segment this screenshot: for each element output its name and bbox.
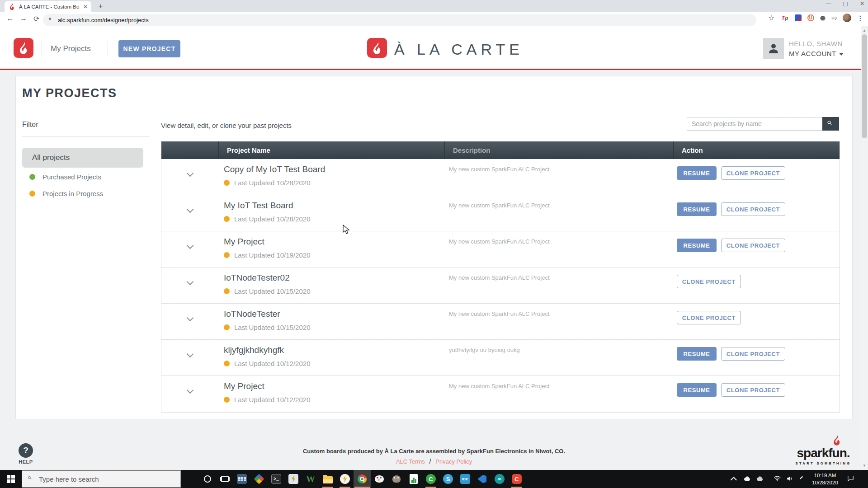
putty-icon[interactable] <box>285 470 302 488</box>
expand-row-button[interactable] <box>161 304 218 339</box>
chrome-icon[interactable] <box>354 470 371 488</box>
vscode-icon[interactable] <box>474 470 491 488</box>
resume-button[interactable]: RESUME <box>677 383 717 397</box>
taskbar-search[interactable] <box>22 470 181 488</box>
media-playlist-icon[interactable]: ≡♪ <box>831 14 837 21</box>
project-name-link[interactable]: kljyfgjkhdkyhgfk <box>218 340 444 355</box>
winamp-icon[interactable] <box>336 470 354 488</box>
clone-project-button[interactable]: CLONE PROJECT <box>721 383 785 397</box>
alc-terms-link[interactable]: ALC Terms <box>396 458 425 465</box>
project-description: yutfhvtyifgv ou byuiog oukg <box>444 340 673 375</box>
chart-app-icon[interactable] <box>405 470 422 488</box>
clone-project-button[interactable]: CLONE PROJECT <box>721 347 785 361</box>
volume-icon[interactable] <box>785 470 797 488</box>
task-view-icon[interactable] <box>216 470 233 488</box>
project-name-link[interactable]: IoTNodeTester02 <box>218 267 444 283</box>
scroll-down-icon[interactable]: ▼ <box>861 464 868 468</box>
taskbar-search-input[interactable] <box>39 475 147 483</box>
ide-icon[interactable]: IDE <box>457 470 474 488</box>
calculator-icon[interactable] <box>233 470 250 488</box>
project-description: My new custom SparkFun ALC Project <box>444 376 673 412</box>
photo-app-icon[interactable] <box>250 470 268 488</box>
mouse-cursor <box>342 225 351 235</box>
project-name-link[interactable]: Copy of My IoT Test Board <box>218 159 444 174</box>
password-shield-extension-icon[interactable] <box>795 14 802 21</box>
filter-purchased-projects[interactable]: Purchased Projects <box>29 173 101 181</box>
new-project-button[interactable]: NEW PROJECT <box>118 40 180 57</box>
tab-close-icon[interactable]: ✕ <box>83 4 88 10</box>
web-page: My Projects NEW PROJECT À LA CARTE HELLO… <box>0 26 868 470</box>
gimp-icon[interactable] <box>388 470 405 488</box>
command-prompt-icon[interactable]: >_ <box>268 470 285 488</box>
start-button[interactable] <box>0 470 22 488</box>
resume-button[interactable]: RESUME <box>677 202 717 216</box>
action-center-icon[interactable] <box>844 470 858 488</box>
clone-project-button[interactable]: CLONE PROJECT <box>721 166 785 180</box>
window-minimize-icon[interactable]: — <box>826 0 831 7</box>
sparkfun-logo-tile[interactable] <box>14 38 33 58</box>
expand-row-button[interactable] <box>161 340 218 375</box>
search-button[interactable] <box>822 117 839 131</box>
orange-status-dot <box>29 191 35 197</box>
window-maximize-icon[interactable]: ▢ <box>843 0 848 7</box>
clone-project-button[interactable]: CLONE PROJECT <box>677 275 741 288</box>
expand-row-button[interactable] <box>161 376 218 412</box>
windows-ink-pen-icon[interactable] <box>797 470 808 488</box>
expand-row-button[interactable] <box>161 159 218 195</box>
page-scrollbar[interactable]: ▲ ▼ <box>861 26 868 470</box>
forward-icon[interactable]: → <box>20 14 27 23</box>
wifi-icon[interactable] <box>772 470 784 488</box>
expand-row-button[interactable] <box>161 267 218 303</box>
tampermonkey-extension-icon[interactable]: Tp <box>781 14 789 22</box>
back-icon[interactable]: ← <box>6 14 14 23</box>
cortana-icon[interactable] <box>199 470 216 488</box>
bookmark-star-icon[interactable]: ☆ <box>768 14 775 22</box>
resume-button[interactable]: RESUME <box>677 347 717 361</box>
alacarte-logo-tile[interactable] <box>367 38 387 58</box>
new-tab-button[interactable]: + <box>99 2 103 10</box>
clone-project-button[interactable]: CLONE PROJECT <box>677 311 741 324</box>
clone-project-button[interactable]: CLONE PROJECT <box>721 239 785 252</box>
my-account-menu[interactable]: MY ACCOUNT <box>789 50 844 57</box>
extensions-puzzle-icon[interactable]: ⬣ <box>820 14 826 22</box>
project-name-link[interactable]: IoTNodeTester <box>218 304 444 319</box>
filter-projects-in-progress[interactable]: Projects in Progress <box>29 190 103 197</box>
taskbar-clock[interactable]: 10:19 AM 10/28/2020 <box>808 470 842 488</box>
camtasia-recorder-icon[interactable]: C <box>508 470 525 488</box>
project-description: My new custom SparkFun ALC Project <box>444 195 673 231</box>
clone-project-button[interactable]: CLONE PROJECT <box>721 202 785 216</box>
onedrive-cloud-icon[interactable] <box>755 470 767 488</box>
address-bar[interactable]: alc.sparkfun.com/designer/projects <box>43 14 756 26</box>
expand-row-button[interactable] <box>161 231 218 267</box>
divider <box>22 110 846 110</box>
nav-my-projects[interactable]: My Projects <box>51 44 91 53</box>
alacarte-wordmark[interactable]: À LA CARTE <box>394 41 524 58</box>
arduino-icon[interactable]: ∞ <box>491 470 508 488</box>
scroll-up-icon[interactable]: ▲ <box>861 28 868 33</box>
filter-all-projects[interactable]: All projects <box>22 148 143 168</box>
scrollbar-thumb[interactable] <box>862 34 867 138</box>
project-name-link[interactable]: My Project <box>218 376 444 391</box>
hidden-icons-chevron[interactable] <box>729 470 741 488</box>
paint-icon[interactable] <box>371 470 388 488</box>
browser-menu-kebab-icon[interactable]: ⋮ <box>857 14 863 22</box>
account-avatar[interactable] <box>763 38 784 59</box>
divider <box>22 136 150 137</box>
file-explorer-icon[interactable] <box>319 470 336 488</box>
camtasia-icon[interactable]: C <box>422 470 439 488</box>
word-w-icon[interactable]: W <box>302 470 319 488</box>
browser-profile-avatar[interactable] <box>843 14 851 22</box>
project-name-link[interactable]: My IoT Test Board <box>218 195 444 211</box>
browser-tab[interactable]: À LA CARTE - Custom Board Crea ✕ <box>5 1 91 12</box>
backup-cloud-icon[interactable] <box>742 470 754 488</box>
project-name-link[interactable]: My Project <box>218 231 444 247</box>
privacy-policy-link[interactable]: Privacy Policy <box>435 458 472 465</box>
resume-button[interactable]: RESUME <box>677 166 717 180</box>
reload-icon[interactable]: ⟳ <box>33 14 39 23</box>
window-close-icon[interactable]: ✕ <box>860 0 864 7</box>
skype-icon[interactable]: S <box>439 470 457 488</box>
resume-button[interactable]: RESUME <box>677 239 717 252</box>
expand-row-button[interactable] <box>161 195 218 231</box>
search-input[interactable] <box>687 117 822 131</box>
u-extension-icon[interactable]: U <box>807 14 814 21</box>
